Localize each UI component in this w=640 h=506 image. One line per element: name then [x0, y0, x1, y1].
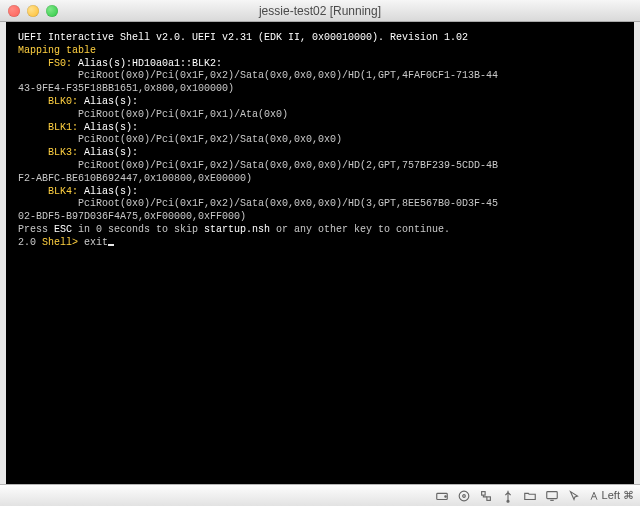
blk4-path-cont: 02-BDF5-B97D036F4A75,0xF00000,0xFF000) [18, 211, 246, 222]
zoom-button[interactable] [46, 5, 58, 17]
usb-icon[interactable] [500, 488, 516, 504]
svg-rect-7 [546, 491, 557, 498]
svg-point-2 [459, 491, 469, 501]
blk4-path: PciRoot(0x0)/Pci(0x1F,0x2)/Sata(0x0,0x0,… [18, 198, 498, 209]
blk1-alias: Alias(s): [78, 122, 138, 133]
blk4-label: BLK4: [18, 186, 78, 197]
blk3-path: PciRoot(0x0)/Pci(0x1F,0x2)/Sata(0x0,0x0,… [18, 160, 498, 171]
fs0-alias: Alias(s):HD10a0a1::BLK2: [72, 58, 222, 69]
window-controls [8, 5, 58, 17]
blk0-label: BLK0: [18, 96, 78, 107]
vm-console[interactable]: UEFI Interactive Shell v2.0. UEFI v2.31 … [6, 22, 634, 484]
blk3-label: BLK3: [18, 147, 78, 158]
startup-nsh: startup.nsh [204, 224, 270, 235]
mapping-table-label: Mapping table [18, 45, 96, 56]
host-key-indicator[interactable]: Left ⌘ [588, 489, 634, 502]
window-titlebar: jessie-test02 [Running] [0, 0, 640, 22]
blk0-alias: Alias(s): [78, 96, 138, 107]
fs0-path: PciRoot(0x0)/Pci(0x1F,0x2)/Sata(0x0,0x0,… [18, 70, 498, 81]
host-key-label: Left ⌘ [602, 489, 634, 502]
fs0-label: FS0: [48, 58, 72, 69]
minimize-button[interactable] [27, 5, 39, 17]
svg-point-6 [507, 500, 509, 502]
display-icon[interactable] [544, 488, 560, 504]
press-text: Press [18, 224, 54, 235]
svg-rect-5 [486, 496, 490, 500]
mouse-capture-icon[interactable] [566, 488, 582, 504]
svg-point-3 [462, 494, 465, 497]
fs0-path-cont: 43-9FE4-F35F18BB1651,0x800,0x100000) [18, 83, 234, 94]
disk-icon[interactable] [434, 488, 450, 504]
optical-icon[interactable] [456, 488, 472, 504]
prompt-version: 2.0 [18, 237, 42, 248]
window-title: jessie-test02 [Running] [0, 4, 640, 18]
blk4-alias: Alias(s): [78, 186, 138, 197]
svg-point-1 [444, 495, 445, 496]
svg-rect-4 [481, 491, 485, 495]
close-button[interactable] [8, 5, 20, 17]
shell-command: exit [84, 237, 108, 248]
blk3-path-cont: F2-ABFC-BE610B692447,0x100800,0xE00000) [18, 173, 252, 184]
esc-key: ESC [54, 224, 72, 235]
blk3-alias: Alias(s): [78, 147, 138, 158]
shell-prompt: Shell> [42, 237, 84, 248]
blk1-path: PciRoot(0x0)/Pci(0x1F,0x2)/Sata(0x0,0x0,… [18, 134, 342, 145]
shared-folder-icon[interactable] [522, 488, 538, 504]
cursor [108, 244, 114, 246]
shell-header: UEFI Interactive Shell v2.0. UEFI v2.31 … [18, 32, 468, 43]
blk0-path: PciRoot(0x0)/Pci(0x1F,0x1)/Ata(0x0) [18, 109, 288, 120]
blk1-label: BLK1: [18, 122, 78, 133]
network-icon[interactable] [478, 488, 494, 504]
statusbar: Left ⌘ [0, 484, 640, 506]
